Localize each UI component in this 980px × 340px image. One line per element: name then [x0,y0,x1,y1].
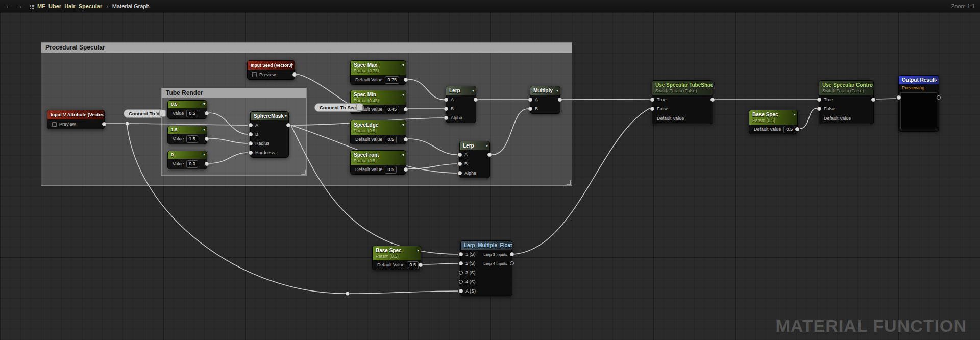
input-pin-false[interactable] [817,107,821,111]
input-pin-true[interactable] [817,98,821,102]
chevron-down-icon[interactable]: ▾ [291,62,293,68]
output-pin[interactable] [404,107,408,111]
forward-arrow-icon[interactable]: → [16,3,22,9]
comment-resize-handle[interactable] [567,180,571,185]
preview-checkbox[interactable] [52,122,57,127]
value-input[interactable]: 0.5 [186,110,198,117]
named-reroute-node-seed[interactable] [356,104,363,111]
node-header[interactable]: Lerp ▾ [460,141,489,150]
default-value-input[interactable]: 0.45 [385,106,399,113]
chevron-down-icon[interactable]: ▾ [402,152,404,158]
output-pin[interactable] [487,153,492,157]
output-pin[interactable] [710,98,715,102]
output-pin[interactable] [558,98,562,102]
input-pin-3[interactable] [459,271,463,275]
node-spec-edge[interactable]: SpecEdge Param (0.5) ▾ Default Value 0.5 [350,120,406,144]
input-pin-alpha[interactable] [444,116,448,120]
chevron-down-icon[interactable]: ▾ [203,101,205,107]
named-reroute-connect-to-v[interactable]: Connect To V [124,109,165,118]
chevron-down-icon[interactable]: ▾ [402,122,404,128]
node-lerp-multiple-float[interactable]: Lerp_Multiple_Float 1 (S) Lerp 3 Inputs … [460,240,512,296]
breadcrumb-asset-name[interactable]: MF_Uber_Hair_Specular [37,3,102,9]
default-value-input[interactable]: 0.75 [385,76,399,84]
node-constant-15[interactable]: 1.5 ▾ Value 1.5 [167,126,207,144]
output-pin[interactable] [205,111,209,115]
default-value-input[interactable]: 0.5 [407,261,419,269]
node-output-result[interactable]: Output Result ▴ Previewing [898,75,939,132]
chevron-down-icon[interactable]: ▾ [285,113,287,119]
back-arrow-icon[interactable]: ← [5,3,12,9]
node-header[interactable]: Lerp_Multiple_Float [461,241,512,250]
node-header[interactable]: Multiply ▾ [530,86,560,95]
node-lerp-2[interactable]: Lerp ▾ A B Alpha [459,141,490,178]
input-pin-2[interactable] [459,261,463,265]
input-pin-alpha[interactable] [458,171,462,175]
node-header[interactable]: Spec Min Param (0.45) ▾ [351,90,406,105]
node-sphere-mask[interactable]: SphereMask ▾ A B Radius Hardness [250,111,289,158]
node-header[interactable]: Base Spec Param (0.5) ▾ [373,246,421,260]
output-pin[interactable] [102,122,106,126]
input-pin-a[interactable] [444,98,448,102]
input-pin-b[interactable] [528,107,532,111]
node-base-spec-top[interactable]: Base Spec Param (0.5) ▾ Default Value 0.… [749,110,798,134]
input-pin-a[interactable] [458,153,462,157]
chevron-down-icon[interactable]: ▾ [556,87,558,94]
input-pin-a[interactable] [249,123,253,127]
named-reroute-node-v[interactable] [159,110,166,117]
output-pin[interactable] [404,167,408,172]
output-pin[interactable] [205,162,209,166]
input-pin-b[interactable] [444,107,448,111]
node-constant-0[interactable]: 0 ▾ Value 0.0 [167,151,207,169]
breadcrumb-page[interactable]: Material Graph [112,3,150,9]
node-multiply[interactable]: Multiply ▾ A B [530,86,560,114]
input-pin-hardness[interactable] [249,151,253,155]
node-header[interactable]: SphereMask ▾ [251,112,288,120]
value-input[interactable]: 1.5 [186,135,198,143]
default-value-input[interactable]: 0.5 [385,136,397,143]
value-input[interactable]: 0.0 [186,160,198,168]
chevron-up-icon[interactable]: ▴ [935,77,937,83]
node-use-specular-control[interactable]: Use Specular Control Switch Param (False… [819,80,874,124]
node-use-specular-tubeshader[interactable]: Use Specular TubeShader Switch Param (Fa… [652,80,713,124]
input-pin-b[interactable] [249,132,253,136]
default-value-input[interactable]: 0.5 [385,166,397,174]
node-spec-max[interactable]: Spec Max Param (0.75) ▾ Default Value 0.… [350,60,406,85]
node-base-spec-bottom[interactable]: Base Spec Param (0.5) ▾ Default Value 0.… [372,246,421,270]
chevron-down-icon[interactable]: ▾ [417,247,419,254]
input-pin-true[interactable] [650,98,654,102]
node-header[interactable]: SpecEdge Param (0.5) ▾ [351,120,406,135]
comment-title[interactable]: Tube Render [162,88,306,98]
output-pin[interactable] [419,263,423,267]
input-pin-false[interactable] [650,107,654,111]
comment-title[interactable]: Procedural Specular [41,43,572,53]
input-pin-a[interactable] [528,98,532,102]
output-pin[interactable] [286,123,290,127]
chevron-down-icon[interactable]: ▾ [486,142,488,149]
output-pin[interactable] [474,98,478,102]
node-header[interactable]: Lerp ▾ [446,86,476,95]
node-header[interactable]: Spec Max Param (0.75) ▾ [351,61,406,75]
input-pin-radius[interactable] [249,141,253,145]
node-header[interactable]: Output Result ▴ [899,76,939,84]
node-header[interactable]: Base Spec Param (0.5) ▾ [749,110,797,125]
default-value-input[interactable]: 0.5 [783,126,795,133]
node-header[interactable]: SpecFront Param (0.5) ▾ [351,151,406,165]
input-pin-result[interactable] [897,95,901,100]
node-header[interactable]: Use Specular TubeShader Switch Param (Fa… [652,81,713,95]
input-pin-b[interactable] [458,162,462,166]
node-header[interactable]: Input Seed (Vector3) ▾ [248,61,295,70]
chevron-down-icon[interactable]: ▾ [203,151,205,158]
node-lerp-1[interactable]: Lerp ▾ A B Alpha [446,86,476,123]
node-constant-05[interactable]: 0.5 ▾ Value 0.5 [167,100,207,119]
chevron-down-icon[interactable]: ▾ [101,111,103,118]
node-header[interactable]: 0 ▾ [168,151,207,159]
chevron-down-icon[interactable]: ▾ [794,111,796,118]
output-pin[interactable] [404,78,408,82]
output-pin[interactable] [292,72,297,77]
chevron-down-icon[interactable]: ▾ [203,126,205,133]
comment-resize-handle[interactable] [301,170,306,175]
output-pin-lerp4[interactable] [510,261,514,265]
preview-checkbox[interactable] [252,72,257,77]
output-pin[interactable] [871,98,875,102]
chevron-down-icon[interactable]: ▾ [472,87,474,94]
